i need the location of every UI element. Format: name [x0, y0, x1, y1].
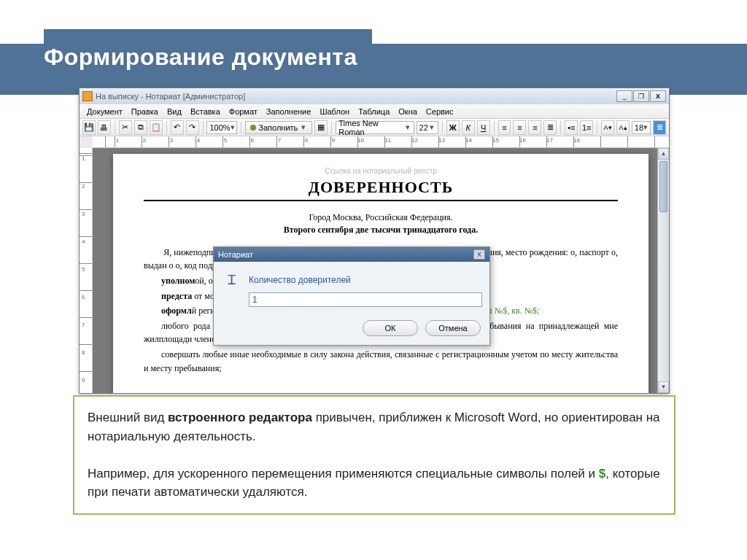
- font-size-combo[interactable]: 22▾: [417, 121, 438, 134]
- chevron-down-icon: ▾: [428, 122, 436, 132]
- doc-center-line2: Второго сентября две тысячи тринадцатого…: [284, 225, 478, 235]
- ruler-v-ticks: 12345678910: [82, 155, 88, 393]
- print-icon[interactable]: 🖶: [98, 120, 111, 135]
- menu-view[interactable]: Вид: [163, 107, 186, 116]
- menu-document[interactable]: Документ: [82, 107, 127, 116]
- document-title: ДОВЕРЕННОСТЬ: [144, 178, 618, 201]
- window-title: На выписку - Нотариат [Администратор]: [96, 92, 245, 101]
- separator-icon: [442, 121, 443, 134]
- font-size-value: 22: [419, 123, 428, 132]
- font-smaller-icon[interactable]: A▾: [601, 120, 614, 135]
- maximize-button[interactable]: ❐: [633, 90, 649, 102]
- separator-icon: [331, 121, 332, 134]
- scroll-up-icon[interactable]: ▲: [658, 148, 669, 160]
- fill-label: Заполнить: [258, 123, 298, 132]
- caption-p2: Например, для ускоренного перемещения пр…: [88, 464, 661, 502]
- cancel-button[interactable]: Отмена: [425, 320, 481, 336]
- font-value: Times New Roman: [338, 119, 404, 136]
- document-viewport[interactable]: Ссылка на нотариальный реестр ДОВЕРЕННОС…: [93, 148, 669, 393]
- redo-icon[interactable]: ↷: [186, 120, 199, 135]
- caption-box: Внешний вид встроенного редактора привыч…: [73, 395, 676, 515]
- menu-table[interactable]: Таблица: [354, 107, 394, 116]
- font-larger-icon[interactable]: A▴: [616, 120, 630, 135]
- scrollbar-vertical[interactable]: ▲ ▼: [657, 148, 669, 393]
- ruler-vertical[interactable]: 12345678910: [80, 148, 93, 393]
- titlebar[interactable]: На выписку - Нотариат [Администратор] _ …: [80, 88, 669, 104]
- menu-fill[interactable]: Заполнение: [262, 107, 316, 116]
- list-bullet-icon[interactable]: •≡: [565, 120, 578, 135]
- dialog-titlebar[interactable]: Нотариат X: [214, 247, 489, 262]
- doc-p6: совершать любые иные необходимые в силу …: [144, 348, 618, 375]
- fill-button[interactable]: Заполнить▾: [245, 121, 312, 134]
- separator-icon: [166, 121, 167, 134]
- menu-service[interactable]: Сервис: [422, 107, 458, 116]
- close-button[interactable]: X: [650, 90, 666, 102]
- toolbar: 💾 🖶 ✂ ⧉ 📋 ↶ ↷ 100%▾ Заполнить▾ ▦ Times N…: [80, 119, 669, 136]
- window-controls: _ ❐ X: [616, 90, 666, 102]
- dialog-input[interactable]: [249, 292, 482, 307]
- dialog-title-text: Нотариат: [218, 250, 253, 259]
- menubar: Документ Правка Вид Вставка Формат Запол…: [80, 104, 669, 119]
- align-center-icon[interactable]: ≡: [513, 120, 526, 135]
- cut-icon[interactable]: ✂: [119, 120, 132, 135]
- fill-mode-icon[interactable]: ▦: [314, 120, 328, 135]
- app-window: На выписку - Нотариат [Администратор] _ …: [79, 88, 670, 394]
- ruler-ext-value: 18: [635, 123, 643, 132]
- chevron-down-icon: ▾: [643, 122, 648, 132]
- toolbar-end-icon[interactable]: ≣: [653, 120, 666, 135]
- font-combo[interactable]: Times New Roman▾: [336, 121, 414, 134]
- text-cursor-icon: Ꮖ: [222, 272, 241, 288]
- bold-button[interactable]: Ж: [446, 120, 460, 135]
- menu-format[interactable]: Формат: [225, 107, 262, 116]
- scroll-thumb[interactable]: [659, 161, 667, 212]
- separator-icon: [241, 121, 241, 134]
- slide-title: Формирование документа: [44, 44, 357, 71]
- dialog-row: Ꮖ Количество доверителей: [222, 272, 481, 288]
- page-hint: Ссылка на нотариальный реестр: [144, 167, 618, 175]
- caption-p1: Внешний вид встроенного редактора привыч…: [88, 408, 661, 446]
- dollar-symbol: $: [599, 467, 605, 481]
- separator-icon: [115, 121, 115, 134]
- undo-icon[interactable]: ↶: [171, 120, 184, 135]
- app-icon: [82, 91, 93, 101]
- chevron-down-icon: ▾: [404, 122, 411, 132]
- dialog-label: Количество доверителей: [249, 275, 351, 285]
- dialog-buttons: ОК Отмена: [214, 314, 489, 345]
- chevron-down-icon: ▾: [300, 122, 307, 132]
- align-right-icon[interactable]: ≡: [528, 120, 541, 135]
- document-center: Город Москва, Российская Федерация. Втор…: [144, 211, 618, 237]
- underline-button[interactable]: Ч: [477, 120, 490, 135]
- ruler-horizontal[interactable]: 123456789101112131415161718: [93, 136, 669, 148]
- align-left-icon[interactable]: ≡: [498, 120, 511, 135]
- separator-icon: [597, 121, 597, 134]
- scroll-down-icon[interactable]: ▼: [658, 381, 669, 393]
- separator-icon: [494, 121, 495, 134]
- ruler-ext-combo[interactable]: 18▾: [632, 121, 651, 134]
- align-justify-icon[interactable]: ≣: [543, 120, 557, 135]
- slide-title-container: Формирование документа: [44, 29, 372, 85]
- separator-icon: [203, 121, 204, 134]
- paste-icon[interactable]: 📋: [150, 120, 163, 135]
- dialog-close-icon[interactable]: X: [473, 249, 485, 260]
- menu-windows[interactable]: Окна: [394, 107, 422, 116]
- doc-center-line1: Город Москва, Российская Федерация.: [309, 212, 452, 222]
- menu-template[interactable]: Шаблон: [315, 107, 354, 116]
- copy-icon[interactable]: ⧉: [134, 120, 147, 135]
- dialog: Нотариат X Ꮖ Количество доверителей ОК О…: [213, 246, 490, 346]
- list-number-icon[interactable]: 1≡: [580, 120, 593, 135]
- italic-button[interactable]: К: [462, 120, 475, 135]
- zoom-combo[interactable]: 100%▾: [206, 121, 237, 134]
- ruler-h-ticks: 123456789101112131415161718: [115, 137, 579, 144]
- save-icon[interactable]: 💾: [82, 120, 96, 135]
- ok-button[interactable]: ОК: [363, 320, 418, 336]
- dialog-body: Ꮖ Количество доверителей: [214, 262, 489, 314]
- separator-icon: [560, 121, 561, 134]
- minimize-button[interactable]: _: [616, 90, 632, 102]
- zoom-value: 100%: [209, 123, 230, 132]
- work-area: 12345678910 Ссылка на нотариальный реест…: [80, 148, 669, 393]
- menu-edit[interactable]: Правка: [127, 107, 163, 116]
- chevron-down-icon: ▾: [231, 122, 235, 132]
- menu-insert[interactable]: Вставка: [186, 107, 225, 116]
